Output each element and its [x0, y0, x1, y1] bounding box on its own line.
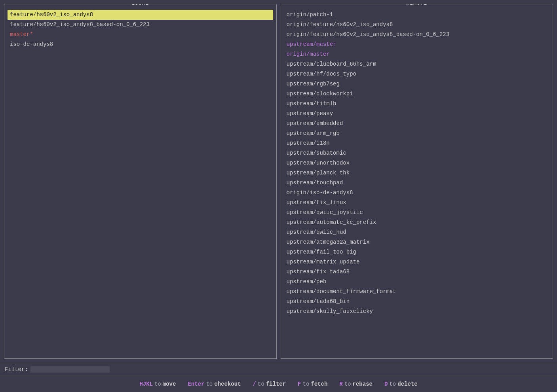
main-panels: LOCAL feature/hs60v2_iso_andys8feature/h… — [0, 0, 557, 363]
remote-branch-item[interactable]: upstream/rgb7seg — [284, 79, 550, 89]
remote-branch-item[interactable]: upstream/peasy — [284, 109, 550, 119]
remote-branch-item[interactable]: origin/master — [284, 49, 550, 59]
remote-branch-item[interactable]: origin/patch-1 — [284, 10, 550, 20]
remote-branch-item[interactable]: upstream/clockworkpi — [284, 89, 550, 99]
footer-bar: HJKLtomoveEntertocheckout/tofilterFtofet… — [0, 376, 557, 392]
local-panel-content: feature/hs60v2_iso_andys8feature/hs60v2_… — [4, 4, 276, 53]
footer-desc: to — [154, 381, 161, 387]
remote-branch-item[interactable]: origin/feature/hs60v2_iso_andys8_based-o… — [284, 30, 550, 40]
footer-item: Dtodelete — [384, 381, 418, 387]
remote-branch-item[interactable]: upstream/arm_rgb — [284, 129, 550, 138]
remote-panel-content: origin/patch-1origin/feature/hs60v2_iso_… — [281, 4, 553, 320]
remote-branch-item[interactable]: upstream/matrix_update — [284, 257, 550, 267]
footer-item: /tofilter — [253, 381, 286, 387]
local-panel-title: LOCAL — [129, 4, 151, 6]
footer-desc: to — [344, 381, 351, 387]
footer-key: HJKL — [139, 381, 153, 387]
remote-branch-item[interactable]: origin/feature/hs60v2_iso_andys8 — [284, 20, 550, 30]
footer-key: F — [298, 381, 301, 387]
footer-action: delete — [397, 381, 417, 387]
remote-branch-item[interactable]: upstream/fix_linux — [284, 198, 550, 208]
remote-branch-item[interactable]: upstream/qwiic_hud — [284, 227, 550, 237]
footer-item: Entertocheckout — [188, 381, 241, 387]
filter-bar: Filter: — [0, 363, 557, 376]
remote-branch-item[interactable]: upstream/fail_too_big — [284, 247, 550, 257]
footer-action: fetch — [311, 381, 327, 387]
footer-action: rebase — [353, 381, 373, 387]
local-branch-item[interactable]: feature/hs60v2_iso_andys8_based-on_0_6_2… — [8, 20, 273, 30]
remote-branch-item[interactable]: upstream/master — [284, 40, 550, 49]
footer-desc: to — [303, 381, 310, 387]
footer-key: D — [384, 381, 388, 387]
remote-branch-item[interactable]: upstream/touchpad — [284, 178, 550, 188]
footer-key: Enter — [188, 381, 204, 387]
local-branch-item[interactable]: master* — [8, 30, 273, 40]
remote-panel-title: REMOTE — [404, 4, 430, 6]
footer-desc: to — [206, 381, 213, 387]
footer-item: Rtorebase — [339, 381, 373, 387]
remote-branch-item[interactable]: upstream/clueboard_66hs_arm — [284, 59, 550, 69]
remote-branch-item[interactable]: upstream/qwiic_joystiic — [284, 208, 550, 218]
remote-branch-item[interactable]: upstream/tada68_bin — [284, 297, 550, 307]
remote-branch-item[interactable]: origin/iso-de-andys8 — [284, 188, 550, 198]
footer-desc: to — [258, 381, 264, 387]
footer-action: move — [163, 381, 176, 387]
remote-branch-item[interactable]: upstream/peb — [284, 277, 550, 287]
footer-desc: to — [389, 381, 396, 387]
footer-action: checkout — [214, 381, 241, 387]
footer-key: R — [339, 381, 342, 387]
remote-branch-item[interactable]: upstream/unorthodox — [284, 158, 550, 168]
filter-label: Filter: — [5, 366, 28, 373]
remote-branch-item[interactable]: upstream/document_firmware_format — [284, 287, 550, 297]
remote-panel[interactable]: REMOTE origin/patch-1origin/feature/hs60… — [281, 4, 553, 359]
local-branch-item[interactable]: iso-de-andys8 — [8, 40, 273, 49]
footer-key: / — [253, 381, 256, 387]
footer-item: HJKLtomove — [139, 381, 176, 387]
remote-branch-item[interactable]: upstream/fix_tada68 — [284, 267, 550, 277]
remote-branch-item[interactable]: upstream/planck_thk — [284, 168, 550, 178]
filter-input[interactable] — [30, 366, 110, 373]
remote-branch-item[interactable]: upstream/hf/docs_typo — [284, 69, 550, 79]
remote-branch-item[interactable]: upstream/atmega32a_matrix — [284, 237, 550, 247]
remote-branch-item[interactable]: upstream/subatomic — [284, 148, 550, 158]
remote-branch-item[interactable]: upstream/skully_fauxclicky — [284, 307, 550, 316]
footer-item: Ftofetch — [298, 381, 327, 387]
remote-branch-item[interactable]: upstream/automate_kc_prefix — [284, 218, 550, 227]
remote-branch-item[interactable]: upstream/i18n — [284, 138, 550, 148]
footer-action: filter — [266, 381, 286, 387]
local-panel[interactable]: LOCAL feature/hs60v2_iso_andys8feature/h… — [4, 4, 277, 359]
local-branch-item[interactable]: feature/hs60v2_iso_andys8 — [8, 10, 273, 20]
remote-branch-item[interactable]: upstream/titmlb — [284, 99, 550, 109]
remote-branch-item[interactable]: upstream/embedded — [284, 119, 550, 129]
